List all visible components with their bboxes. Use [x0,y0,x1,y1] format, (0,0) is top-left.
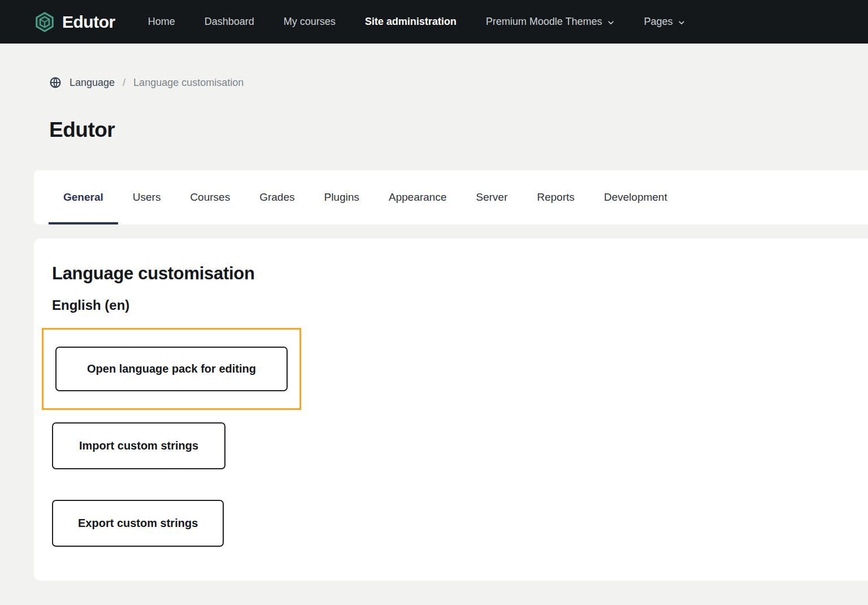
tab-reports[interactable]: Reports [522,170,589,224]
section-heading: Language customisation [52,263,850,284]
top-navbar: Edutor Home Dashboard My courses Site ad… [0,0,868,44]
nav-item-label: Home [148,16,175,28]
tab-users[interactable]: Users [118,170,176,224]
language-globe-icon [49,76,62,89]
tab-grades[interactable]: Grades [245,170,309,224]
admin-tab-bar: General Users Courses Grades Plugins App… [34,170,868,224]
annotation-highlight-box: Open language pack for editing [42,328,301,410]
main-content-card: Language customisation English (en) Open… [34,239,868,581]
nav-item-label: My courses [284,16,336,28]
language-label: English (en) [52,297,850,313]
import-custom-strings-button[interactable]: Import custom strings [52,422,225,469]
tab-courses[interactable]: Courses [175,170,245,224]
app-logo[interactable]: Edutor [34,11,115,33]
nav-item-label: Pages [644,16,673,28]
nav-item-premium-moodle-themes[interactable]: Premium Moodle Themes [486,16,615,28]
nav-item-my-courses[interactable]: My courses [284,16,336,28]
tab-appearance[interactable]: Appearance [374,170,461,224]
nav-item-label: Premium Moodle Themes [486,16,602,28]
page-title: Edutor [49,118,868,142]
open-language-pack-button[interactable]: Open language pack for editing [55,347,288,391]
nav-item-dashboard[interactable]: Dashboard [205,16,254,28]
tab-plugins[interactable]: Plugins [309,170,374,224]
breadcrumb-link-language[interactable]: Language [70,77,115,89]
tab-development[interactable]: Development [589,170,682,224]
chevron-down-icon [607,19,615,27]
nav-item-home[interactable]: Home [148,16,175,28]
main-nav: Home Dashboard My courses Site administr… [148,16,685,28]
breadcrumb-separator: / [123,77,125,89]
chevron-down-icon [678,19,685,27]
export-custom-strings-button[interactable]: Export custom strings [52,500,224,547]
nav-item-label: Site administration [365,16,457,28]
nav-item-label: Dashboard [205,16,254,28]
breadcrumb: Language / Language customisation [49,76,868,89]
tab-server[interactable]: Server [461,170,522,224]
tab-general[interactable]: General [49,170,118,224]
nav-item-site-administration[interactable]: Site administration [365,16,457,28]
breadcrumb-current-page: Language customisation [133,77,244,89]
logo-hexagon-icon [34,11,55,33]
logo-text: Edutor [62,12,115,32]
nav-item-pages[interactable]: Pages [644,16,685,28]
